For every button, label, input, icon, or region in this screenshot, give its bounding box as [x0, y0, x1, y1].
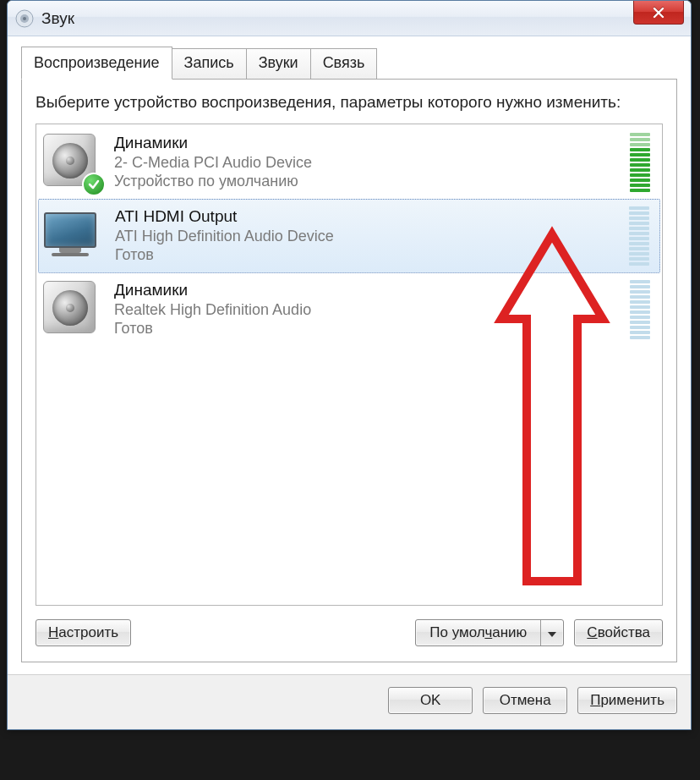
apply-button[interactable]: Применить	[577, 687, 677, 714]
device-desc: 2- C-Media PCI Audio Device	[114, 153, 621, 173]
titlebar[interactable]: Звук	[8, 1, 691, 36]
apply-label: рименить	[600, 692, 664, 708]
window-title: Звук	[41, 9, 74, 28]
device-list[interactable]: Динамики 2- C-Media PCI Audio Device Уст…	[36, 124, 663, 606]
instruction-text: Выберите устройство воспроизведения, пар…	[36, 91, 663, 113]
device-name: Динамики	[114, 134, 621, 152]
device-name: Динамики	[114, 281, 621, 299]
device-status: Устройство по умолчанию	[114, 172, 621, 191]
tab-communications[interactable]: Связь	[310, 48, 378, 80]
device-desc: Realtek High Definition Audio	[114, 300, 621, 320]
cancel-button[interactable]: Отмена	[483, 687, 567, 714]
monitor-icon	[44, 207, 101, 265]
device-desc: ATI High Definition Audio Device	[115, 227, 621, 246]
svg-point-2	[23, 17, 26, 20]
dialog-footer: OK Отмена Применить	[8, 674, 691, 729]
sound-app-icon	[14, 8, 35, 29]
device-button-row: Настроить По умолчанию Свойства	[36, 619, 663, 646]
vu-meter	[630, 280, 650, 339]
tab-recording[interactable]: Запись	[172, 48, 247, 80]
chevron-down-icon[interactable]	[541, 620, 563, 645]
device-status: Готов	[114, 319, 621, 338]
tab-bar: Воспроизведение Запись Звуки Связь	[21, 48, 677, 80]
tab-playback[interactable]: Воспроизведение	[21, 47, 172, 80]
vu-meter	[630, 133, 650, 192]
vu-meter	[629, 206, 649, 266]
close-button[interactable]	[633, 1, 684, 25]
tab-sounds[interactable]: Звуки	[246, 48, 311, 80]
sound-dialog-window: Звук Воспроизведение Запись Звуки Связь …	[7, 0, 692, 730]
device-item[interactable]: Динамики 2- C-Media PCI Audio Device Уст…	[38, 126, 660, 199]
tab-content-playback: Выберите устройство воспроизведения, пар…	[21, 79, 677, 662]
dialog-body: Воспроизведение Запись Звуки Связь Выбер…	[8, 36, 691, 674]
set-default-label: По умолчанию	[416, 620, 541, 645]
speaker-icon	[43, 281, 101, 338]
device-status: Готов	[115, 245, 621, 265]
set-default-button[interactable]: По умолчанию	[415, 619, 564, 646]
configure-label: астроить	[58, 624, 118, 640]
properties-button[interactable]: Свойства	[574, 619, 663, 646]
device-item[interactable]: ATI HDMI Output ATI High Definition Audi…	[38, 199, 660, 273]
speaker-icon	[43, 134, 101, 191]
properties-label: войства	[598, 624, 650, 640]
ok-button[interactable]: OK	[388, 687, 473, 714]
device-item[interactable]: Динамики Realtek High Definition Audio Г…	[38, 273, 660, 346]
configure-button[interactable]: Настроить	[36, 619, 131, 646]
device-name: ATI HDMI Output	[115, 207, 621, 226]
default-badge-icon	[82, 173, 106, 196]
